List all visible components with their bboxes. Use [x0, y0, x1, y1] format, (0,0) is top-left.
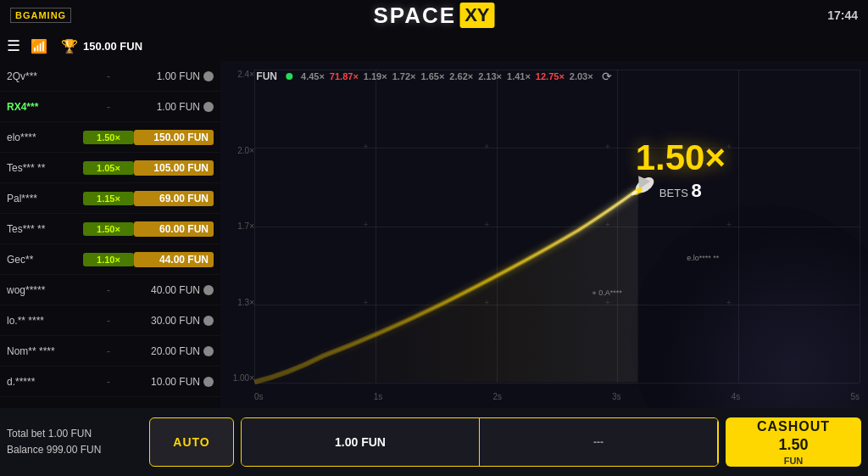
player-row-10: d.*****-10.00 FUN: [0, 367, 220, 397]
balance-label: Balance: [7, 444, 47, 456]
mult-item-0: 4.45×: [301, 71, 325, 81]
player-name-0: 2Qv***: [7, 70, 83, 82]
total-bet-line: Total bet 1.00 FUN: [7, 426, 142, 442]
game-area: + + + + + + + + + + + + 2.4× 2.0× 1.7× 1…: [220, 61, 868, 408]
title-space: SPACE: [373, 3, 456, 29]
mult-item-5: 2.62×: [449, 71, 473, 81]
bet-separator[interactable]: ---: [480, 418, 718, 466]
mult-history: FUN 4.45× 71.87× 1.19× 1.72× 1.65× 2.62×…: [256, 61, 611, 92]
coin-icon-1: [203, 102, 214, 112]
bets-count: 8: [691, 180, 701, 201]
mult-item-1: 71.87×: [330, 71, 359, 81]
player-row-4: Pal****1.15×69.00 FUN: [0, 183, 220, 214]
player-mult-6: 1.10×: [83, 253, 134, 266]
fun-label: FUN: [256, 70, 277, 82]
bgaming-logo: BGAMING: [10, 8, 71, 23]
cashout-mult: 1.50: [778, 436, 808, 454]
coin-icon-8: [203, 316, 214, 326]
coin-icon-9: [203, 346, 214, 356]
second-bar: ☰ 📶 🏆 150.00 FUN FUN 4.45× 71.87× 1.19× …: [0, 31, 868, 61]
player-amount-1: 1.00 FUN: [134, 101, 214, 113]
player-row-0: 2Qv***-1.00 FUN: [0, 61, 220, 92]
game-title: SPACE XY: [373, 3, 494, 29]
player-amount-6: 44.00 FUN: [134, 252, 214, 267]
mult-item-9: 2.03×: [570, 71, 593, 81]
player-mult-0: -: [83, 70, 134, 82]
player-mult-9: -: [83, 345, 134, 357]
player-amount-8: 30.00 FUN: [134, 315, 214, 327]
total-bet-label: Total bet: [7, 428, 48, 440]
player-row-1: RX4***-1.00 FUN: [0, 92, 220, 122]
bottom-bar: Total bet 1.00 FUN Balance 999.00 FUN AU…: [0, 408, 868, 476]
player-row-9: Nom** ****-20.00 FUN: [0, 336, 220, 367]
player-name-9: Nom** ****: [7, 345, 83, 357]
player-amount-5: 60.00 FUN: [134, 221, 214, 237]
trophy-area: 🏆 150.00 FUN: [61, 38, 142, 54]
player-mult-3: 1.05×: [83, 161, 134, 175]
cashout-label: CASHOUT: [757, 419, 830, 434]
player-row-3: Tes*** **1.05×105.00 FUN: [0, 153, 220, 183]
coin-icon-10: [203, 377, 214, 387]
fun-dot: [286, 73, 292, 80]
trophy-icon: 🏆: [61, 38, 78, 54]
clock: 17:44: [827, 8, 858, 22]
balance-line: Balance 999.00 FUN: [7, 442, 142, 458]
bet-info: Total bet 1.00 FUN Balance 999.00 FUN: [7, 426, 142, 458]
mult-item-4: 1.65×: [420, 71, 444, 81]
player-list: 2Qv***-1.00 FUNRX4***-1.00 FUNelo****1.5…: [0, 61, 220, 408]
logo-gaming: GAMING: [23, 10, 66, 20]
balance-value: 999.00 FUN: [47, 444, 102, 456]
bet-amount-display[interactable]: 1.00 FUN: [242, 418, 480, 466]
player-amount-4: 69.00 FUN: [134, 191, 214, 206]
chart-label-2: ● 0.A****: [592, 288, 621, 297]
player-row-6: Gec**1.10×44.00 FUN: [0, 244, 220, 275]
chart-label-1: e.lo**** **: [687, 254, 719, 262]
player-mult-4: 1.15×: [83, 192, 134, 205]
player-name-3: Tes*** **: [7, 162, 83, 174]
coin-icon-0: [203, 71, 214, 81]
total-bet-value: 1.00 FUN: [48, 428, 92, 440]
mult-item-6: 2.13×: [478, 71, 502, 81]
player-amount-3: 105.00 FUN: [134, 160, 214, 176]
player-mult-2: 1.50×: [83, 131, 134, 144]
menu-icon[interactable]: ☰: [7, 36, 20, 55]
player-mult-1: -: [83, 101, 134, 113]
auto-button[interactable]: AUTO: [149, 417, 234, 467]
player-name-6: Gec**: [7, 254, 83, 266]
player-amount-0: 1.00 FUN: [134, 70, 214, 82]
player-mult-5: 1.50×: [83, 222, 134, 236]
player-row-8: lo.** ****-30.00 FUN: [0, 305, 220, 336]
player-amount-9: 20.00 FUN: [134, 345, 214, 357]
cashout-button[interactable]: CASHOUT 1.50 FUN: [726, 417, 861, 467]
player-name-5: Tes*** **: [7, 223, 83, 235]
history-button[interactable]: ⟳: [602, 70, 612, 83]
trail-svg: [220, 61, 868, 408]
player-name-1: RX4***: [7, 101, 83, 113]
bet-amount-group: 1.00 FUN ---: [241, 417, 719, 467]
player-name-8: lo.** ****: [7, 315, 83, 327]
mult-item-8: 12.75×: [536, 71, 565, 81]
player-amount-2: 150.00 FUN: [134, 130, 214, 145]
bets-label: BETS 8: [636, 180, 726, 202]
trophy-amount: 150.00 FUN: [83, 40, 142, 53]
player-mult-8: -: [83, 315, 134, 327]
cashout-fun: FUN: [784, 456, 804, 466]
player-name-7: wog*****: [7, 284, 83, 296]
multiplier-display: 1.50× BETS 8: [636, 137, 726, 202]
player-row-2: elo****1.50×150.00 FUN: [0, 122, 220, 153]
player-mult-7: -: [83, 284, 134, 296]
player-name-4: Pal****: [7, 193, 83, 204]
player-row-7: wog*****-40.00 FUN: [0, 275, 220, 305]
top-bar: BGAMING SPACE XY 17:44: [0, 0, 868, 31]
player-amount-10: 10.00 FUN: [134, 376, 214, 388]
player-mult-10: -: [83, 376, 134, 388]
coin-icon-7: [203, 285, 214, 295]
current-multiplier: 1.50×: [636, 137, 726, 178]
sound-icon[interactable]: 📶: [31, 38, 47, 54]
title-xy: XY: [459, 3, 494, 28]
mult-item-3: 1.72×: [392, 71, 416, 81]
player-row-5: Tes*** **1.50×60.00 FUN: [0, 214, 220, 244]
player-name-2: elo****: [7, 132, 83, 143]
player-name-10: d.*****: [7, 376, 83, 388]
logo-b: B: [15, 10, 23, 20]
